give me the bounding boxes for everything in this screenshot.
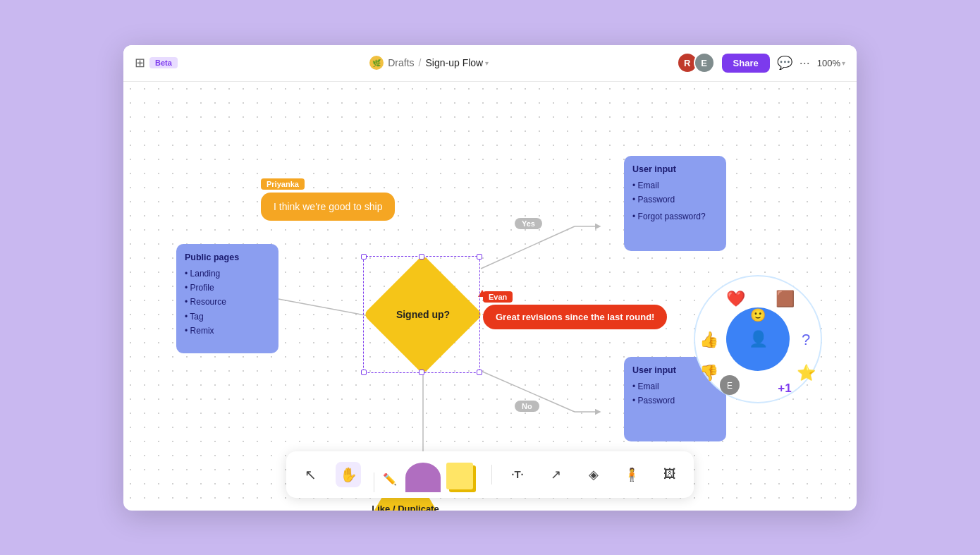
comment-bubble-priyanka: Priyanka I think we're good to ship	[261, 177, 395, 221]
canvas-area[interactable]: Public pages Landing Profile Resource Ta…	[123, 82, 857, 511]
pen-icon: ✏️	[383, 472, 397, 486]
list-item: Forgot password?	[632, 209, 718, 224]
avatar-user-2: E	[694, 52, 715, 73]
stamp-tool[interactable]: 🧍	[619, 462, 644, 487]
svg-text:❤️: ❤️	[726, 289, 746, 308]
workspace-avatar: 🌿	[369, 56, 384, 70]
hand-icon: ✋	[340, 466, 357, 483]
user-input-top-box: User input Email Password Forgot passwor…	[624, 156, 726, 251]
circle-shape-thumb[interactable]	[405, 463, 441, 492]
no-label: No	[515, 401, 539, 412]
comment-text: I think we're good to ship	[261, 193, 395, 221]
svg-text:🟫: 🟫	[776, 289, 795, 308]
stamp-icon: 🧍	[624, 467, 639, 482]
svg-line-0	[278, 299, 369, 316]
shape-tools: ✏️	[374, 457, 479, 492]
list-item: Email	[632, 178, 718, 193]
selection-handle-tl[interactable]	[361, 254, 367, 260]
comment-author-label: Priyanka	[261, 178, 305, 190]
svg-text:👤: 👤	[749, 329, 768, 348]
public-pages-list: Landing Profile Resource Tag Remix	[185, 267, 270, 339]
pen-tool[interactable]: ✏️	[377, 467, 403, 492]
toolbar-separator-2	[491, 465, 492, 484]
chevron-down-icon: ▾	[485, 59, 489, 67]
svg-text:?: ?	[802, 331, 810, 348]
selection-handle-bm[interactable]	[419, 370, 424, 375]
shapes-icon: ◈	[589, 467, 599, 482]
diamond-selection-border	[363, 256, 480, 373]
svg-text:👍: 👍	[699, 330, 719, 349]
header-right: R E Share 💬 ··· 100% ▾	[681, 52, 845, 73]
breadcrumb-current[interactable]: Sign-up Flow ▾	[425, 57, 489, 68]
selection-handle-bl[interactable]	[361, 370, 367, 375]
chevron-down-icon: ▾	[842, 59, 845, 67]
selection-handle-tr[interactable]	[477, 254, 482, 260]
connector-tool[interactable]: ↗	[543, 462, 568, 487]
selection-handle-tm[interactable]	[419, 254, 424, 260]
share-button[interactable]: Share	[722, 54, 770, 73]
breadcrumb-drafts[interactable]: Drafts	[388, 57, 414, 68]
evan-comment-wrap: Evan Great revisions since the last roun…	[483, 290, 667, 329]
list-item: Landing	[185, 267, 270, 281]
selection-handle-br[interactable]	[477, 370, 482, 375]
svg-text:E: E	[727, 381, 733, 391]
svg-text:🙂: 🙂	[750, 307, 766, 323]
triangle-label: Like / Duplicate	[372, 504, 439, 511]
zoom-indicator[interactable]: 100% ▾	[817, 58, 845, 68]
public-pages-box: Public pages Landing Profile Resource Ta…	[176, 244, 278, 353]
breadcrumb-separator: /	[419, 57, 422, 68]
header: ⊞ Beta 🌿 Drafts / Sign-up Flow ▾ R E Sha…	[123, 45, 857, 82]
yes-label: Yes	[515, 218, 542, 229]
connector-icon: ↗	[551, 467, 561, 482]
image-icon: 🖼	[663, 467, 676, 482]
toolbar-separator	[374, 472, 374, 492]
svg-line-1	[481, 226, 575, 269]
reaction-wheel[interactable]: 👤 ❤️ 🟫 👍 🙂 ? 👎 ⭐ E +1	[687, 269, 828, 410]
text-tool[interactable]: ·T·	[505, 462, 530, 487]
list-item: Remix	[185, 324, 270, 338]
hand-tool[interactable]: ✋	[336, 462, 361, 487]
toolbar: ↖ ✋ ✏️ ·T·	[286, 451, 694, 498]
svg-text:+1: +1	[778, 382, 791, 395]
list-item: Profile	[185, 281, 270, 295]
shapes-tool[interactable]: ◈	[581, 462, 606, 487]
reaction-wheel-svg: 👤 ❤️ 🟫 👍 🙂 ? 👎 ⭐ E +1	[687, 269, 828, 410]
beta-badge: Beta	[149, 57, 178, 68]
grid-icon[interactable]: ⊞	[135, 55, 145, 71]
text-icon: ·T·	[511, 468, 524, 480]
list-item: Password	[632, 193, 718, 207]
svg-text:👎: 👎	[699, 363, 719, 382]
user-input-top-list: Email Password Forgot password?	[632, 178, 718, 224]
sticky-notes-thumb[interactable]	[443, 463, 479, 492]
svg-text:⭐: ⭐	[797, 363, 816, 382]
user-input-top-title: User input	[632, 164, 718, 174]
more-options-icon[interactable]: ···	[800, 56, 810, 71]
comment-icon[interactable]: 💬	[777, 55, 792, 71]
cursor-icon: ↖	[305, 466, 317, 483]
evan-author-label: Evan	[483, 291, 513, 303]
public-pages-title: Public pages	[185, 252, 270, 262]
header-left: ⊞ Beta	[135, 55, 178, 71]
image-tool[interactable]: 🖼	[657, 462, 682, 487]
list-item: Tag	[185, 310, 270, 324]
canvas-window: ⊞ Beta 🌿 Drafts / Sign-up Flow ▾ R E Sha…	[123, 45, 857, 511]
header-center: 🌿 Drafts / Sign-up Flow ▾	[183, 56, 675, 70]
avatar-group: R E	[681, 52, 715, 73]
cursor-tool[interactable]: ↖	[298, 462, 323, 487]
evan-comment-text: Great revisions since the last round!	[483, 305, 667, 329]
list-item: Resource	[185, 295, 270, 309]
